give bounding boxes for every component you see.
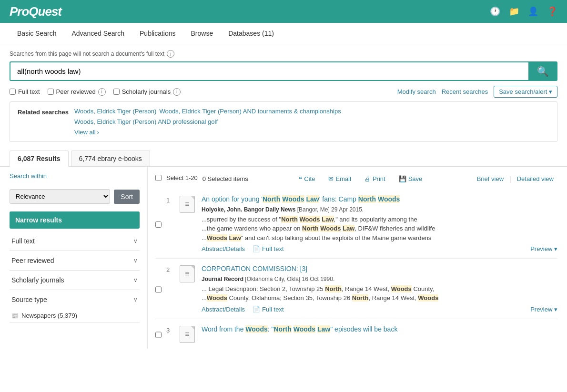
result-3-number: 3 bbox=[166, 327, 175, 343]
search-links: Modify search Recent searches Save searc… bbox=[397, 86, 557, 98]
result-2-preview[interactable]: Preview ▾ bbox=[530, 306, 557, 313]
search-area: Searches from this page will not search … bbox=[0, 44, 567, 101]
user-icon[interactable]: 👤 bbox=[528, 6, 538, 17]
filter-scholarly-journals: Scholarly journals ∨ bbox=[10, 271, 140, 290]
header-icons: 🕐 📁 👤 ❓ bbox=[490, 6, 557, 17]
search-bar: 🔍 bbox=[10, 61, 557, 81]
filter-source-type: Source type ∨ 📰 Newspapers (5,379) bbox=[10, 290, 140, 322]
sort-select[interactable]: Relevance Date (newest first) Date (olde… bbox=[10, 189, 110, 204]
filter-source-type-header[interactable]: Source type ∨ bbox=[10, 290, 140, 309]
email-icon: ✉ bbox=[328, 175, 334, 182]
result-3-content: Word from the Woods: "North Woods Law" e… bbox=[202, 325, 557, 343]
print-button[interactable]: 🖨 Print bbox=[361, 173, 389, 184]
full-text-option[interactable]: Full text bbox=[10, 88, 40, 95]
print-icon: 🖨 bbox=[364, 175, 371, 182]
result-2-fulltext-link[interactable]: 📄 Full text bbox=[253, 306, 284, 313]
scholarly-journals-checkbox[interactable] bbox=[113, 89, 120, 95]
filter-full-text: Full text ∨ bbox=[10, 231, 140, 251]
result-3-title[interactable]: Word from the Woods: "North Woods Law" e… bbox=[202, 325, 397, 333]
save-search-button[interactable]: Save search/alert ▾ bbox=[494, 86, 557, 98]
result-2-title[interactable]: CORPORATION COMMISSION: [3] bbox=[202, 265, 307, 272]
result-1-content: An option for young 'North Woods Law' fa… bbox=[202, 195, 557, 252]
nav-basic-search[interactable]: Basic Search bbox=[10, 23, 64, 44]
history-icon[interactable]: 🕐 bbox=[490, 6, 500, 17]
result-1-snippet: ...spurred by the success of "North Wood… bbox=[202, 215, 557, 243]
results-tabs: 6,087 Results 6,774 ebrary e-books bbox=[0, 147, 567, 167]
view-options: Brief view | Detailed view bbox=[473, 173, 557, 184]
tab-ebooks[interactable]: 6,774 ebrary e-books bbox=[71, 151, 150, 166]
result-2-checkbox[interactable] bbox=[155, 266, 162, 313]
document-icon-2: ≡ bbox=[180, 265, 195, 282]
result-1-meta: Holyoke, John. Bangor Daily News [Bangor… bbox=[202, 206, 557, 213]
related-search-item-1[interactable]: Woods, Eldrick Tiger (Person) AND tourna… bbox=[159, 108, 341, 115]
filter-full-text-chevron: ∨ bbox=[133, 238, 138, 244]
nav-browse[interactable]: Browse bbox=[183, 23, 221, 44]
search-options: Full text Peer reviewed i Scholarly jour… bbox=[10, 88, 181, 96]
result-2-doc-icon: ≡ bbox=[180, 264, 197, 313]
fulltext-icon-2: 📄 bbox=[253, 306, 260, 313]
result-1-preview[interactable]: Preview ▾ bbox=[530, 245, 557, 252]
recent-searches-link[interactable]: Recent searches bbox=[442, 88, 488, 95]
filter-peer-reviewed-header[interactable]: Peer reviewed ∨ bbox=[10, 251, 140, 270]
view-all-related[interactable]: View all › bbox=[74, 129, 99, 136]
tab-results[interactable]: 6,087 Results bbox=[10, 151, 69, 167]
result-1-fulltext-link[interactable]: 📄 Full text bbox=[253, 245, 284, 252]
cite-button[interactable]: ❝ Cite bbox=[295, 173, 319, 184]
peer-reviewed-checkbox[interactable] bbox=[48, 89, 54, 95]
scholarly-journals-info-icon[interactable]: i bbox=[173, 88, 181, 96]
help-icon[interactable]: ❓ bbox=[547, 6, 557, 17]
main-content: Search within Relevance Date (newest fir… bbox=[0, 167, 567, 349]
result-1-checkbox[interactable] bbox=[155, 197, 162, 252]
select-row: Select 1-20 bbox=[155, 171, 198, 186]
folder-icon[interactable]: 📁 bbox=[509, 6, 519, 17]
result-2-snippet: ... Legal Description: Section 2, Townsh… bbox=[202, 284, 557, 303]
modify-search-link[interactable]: Modify search bbox=[397, 88, 436, 95]
navbar: Basic Search Advanced Search Publication… bbox=[0, 23, 567, 44]
nav-publications[interactable]: Publications bbox=[132, 23, 183, 44]
result-2-abstract-link[interactable]: Abstract/Details bbox=[202, 306, 245, 313]
filter-scholarly-journals-header[interactable]: Scholarly journals ∨ bbox=[10, 271, 140, 290]
source-type-newspapers[interactable]: 📰 Newspapers (5,379) bbox=[10, 309, 140, 322]
related-searches: Related searches Woods, Eldrick Tiger (P… bbox=[10, 101, 557, 142]
select-all-checkbox[interactable] bbox=[155, 175, 162, 181]
logo: ProQuest bbox=[10, 4, 61, 19]
scholarly-journals-option[interactable]: Scholarly journals i bbox=[113, 88, 181, 96]
result-item-3: 3 ≡ Word from the Woods: "North Woods La… bbox=[155, 319, 557, 349]
search-input[interactable] bbox=[10, 61, 528, 81]
brief-view-button[interactable]: Brief view bbox=[473, 173, 507, 184]
related-search-item-0[interactable]: Woods, Eldrick Tiger (Person) bbox=[74, 108, 156, 115]
fulltext-icon: 📄 bbox=[253, 245, 260, 252]
document-icon-3: ≡ bbox=[180, 326, 195, 343]
save-button[interactable]: 💾 Save bbox=[395, 173, 426, 184]
sort-row: Relevance Date (newest first) Date (olde… bbox=[10, 184, 140, 209]
newspaper-icon: 📰 bbox=[11, 312, 19, 319]
full-text-checkbox[interactable] bbox=[10, 89, 16, 95]
filter-full-text-header[interactable]: Full text ∨ bbox=[10, 231, 140, 251]
sort-button[interactable]: Sort bbox=[114, 190, 140, 204]
related-search-item-2[interactable]: Woods, Eldrick Tiger (Person) AND profes… bbox=[74, 118, 218, 125]
logo-text: ProQuest bbox=[10, 4, 61, 19]
narrow-results-label: Narrow results bbox=[10, 211, 140, 229]
filter-scholarly-journals-chevron: ∨ bbox=[133, 277, 138, 283]
related-searches-links: Woods, Eldrick Tiger (Person) Woods, Eld… bbox=[74, 108, 515, 136]
left-panel: Search within Relevance Date (newest fir… bbox=[10, 167, 148, 349]
results-actions: ❝ Cite ✉ Email 🖨 Print 💾 Save bbox=[295, 173, 426, 184]
search-notice-info-icon[interactable]: i bbox=[167, 50, 174, 58]
nav-databases[interactable]: Databases (11) bbox=[221, 23, 282, 44]
nav-advanced-search[interactable]: Advanced Search bbox=[64, 23, 132, 44]
result-1-abstract-link[interactable]: Abstract/Details bbox=[202, 245, 245, 252]
save-icon: 💾 bbox=[399, 175, 406, 182]
result-1-title[interactable]: An option for young 'North Woods Law' fa… bbox=[202, 195, 400, 203]
email-button[interactable]: ✉ Email bbox=[324, 173, 355, 184]
search-button[interactable]: 🔍 bbox=[528, 61, 557, 81]
result-1-links: Abstract/Details 📄 Full text Preview ▾ bbox=[202, 245, 557, 252]
filter-peer-reviewed-chevron: ∨ bbox=[133, 257, 138, 264]
detailed-view-button[interactable]: Detailed view bbox=[513, 173, 557, 184]
peer-reviewed-option[interactable]: Peer reviewed i bbox=[48, 88, 106, 96]
select-label: Select 1-20 bbox=[166, 174, 198, 181]
result-3-doc-icon: ≡ bbox=[180, 325, 197, 343]
search-within-link[interactable]: Search within bbox=[10, 167, 140, 184]
result-3-checkbox[interactable] bbox=[155, 327, 162, 343]
result-2-number: 2 bbox=[166, 266, 175, 313]
peer-reviewed-info-icon[interactable]: i bbox=[98, 88, 106, 96]
